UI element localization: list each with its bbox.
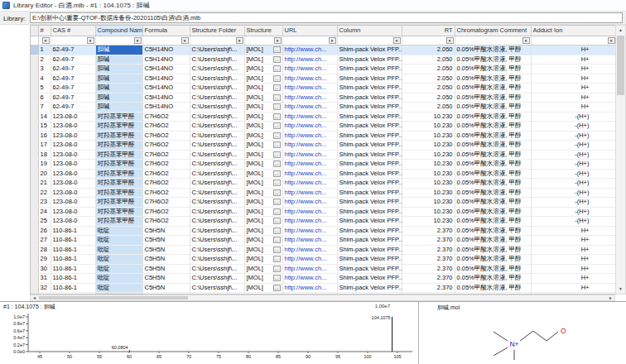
cell-structure[interactable]: [MOL]...	[244, 226, 282, 236]
table-row[interactable]: 462-49-7胆碱C5H14NOC:\Users\sshjf\...[MOL]…	[31, 74, 615, 84]
table-row[interactable]: 31110-86-1吡啶C5H5NC:\Users\sshjf\...[MOL]…	[31, 274, 615, 284]
cell-col[interactable]: Shim-pack Velox PFP...	[337, 150, 402, 160]
table-row[interactable]: 27110-86-1吡啶C5H5NC:\Users\sshjf\...[MOL]…	[31, 236, 615, 246]
cell-structure[interactable]: [MOL]...	[244, 217, 282, 227]
cell-num[interactable]: 5	[38, 84, 51, 93]
cell-rt[interactable]: 10.230	[402, 169, 455, 179]
cell-cas[interactable]: 110-86-1	[51, 236, 95, 246]
structure-browse-button[interactable]: ...	[273, 75, 281, 82]
cell-url[interactable]: http://www.ch...	[282, 46, 337, 55]
cell-url[interactable]: http://www.ch...	[282, 160, 337, 170]
cell-structure[interactable]: [MOL]...	[244, 188, 282, 198]
cell-url[interactable]: http://www.ch...	[282, 274, 337, 284]
cell-col[interactable]: Shim-pack Velox PFP...	[337, 198, 402, 208]
cell-comment[interactable]: 0.05%甲酸水溶液, 甲醇	[455, 179, 531, 189]
cell-cas[interactable]: 110-86-1	[51, 283, 95, 293]
cell-formula[interactable]: C7H6O2	[142, 207, 190, 217]
filter-dropdown-icon[interactable]: ▼	[42, 37, 50, 44]
cell-col[interactable]: Shim-pack Velox PFP...	[337, 112, 402, 122]
cell-adduct[interactable]: -(H+)	[531, 141, 615, 151]
cell-num[interactable]: 15	[38, 122, 51, 132]
cell-url[interactable]: http://www.ch...	[282, 84, 337, 93]
cell-cas[interactable]: 123-08-0	[51, 207, 95, 217]
cell-formula[interactable]: C5H14NO	[142, 46, 190, 55]
cell-formula[interactable]: C5H14NO	[142, 55, 190, 65]
cell-num[interactable]: 30	[38, 264, 51, 274]
horizontal-scrollbar[interactable]: ◄ ►	[30, 295, 615, 301]
cell-structure[interactable]: [MOL]...	[244, 236, 282, 246]
cell-name[interactable]: 胆碱	[95, 46, 142, 55]
cell-cas[interactable]: 123-08-0	[51, 169, 95, 179]
cell-structure[interactable]: [MOL]...	[244, 131, 282, 141]
cell-formula[interactable]: C5H14NO	[142, 74, 190, 84]
structure-browse-button[interactable]: ...	[273, 237, 281, 243]
cell-adduct[interactable]: -(H+)	[531, 131, 615, 141]
cell-url[interactable]: http://www.ch...	[282, 264, 337, 274]
cell-num[interactable]: 28	[38, 245, 51, 255]
structure-browse-button[interactable]: ...	[273, 122, 281, 129]
cell-comment[interactable]: 0.05%甲酸水溶液, 甲醇	[455, 93, 531, 103]
cell-folder[interactable]: C:\Users\sshjf\...	[190, 264, 244, 274]
vertical-scroll-thumb[interactable]	[617, 36, 624, 95]
cell-structure[interactable]: [MOL]...	[244, 84, 282, 93]
structure-browse-button[interactable]: ...	[273, 199, 281, 205]
cell-folder[interactable]: C:\Users\sshjf\...	[190, 245, 244, 255]
cell-rt[interactable]: 10.230	[402, 122, 455, 132]
cell-cas[interactable]: 110-86-1	[51, 264, 95, 274]
cell-comment[interactable]: 0.05%甲酸水溶液, 甲醇	[455, 217, 531, 227]
cell-url[interactable]: http://www.ch...	[282, 55, 337, 65]
cell-name[interactable]: 对羟基苯甲醛	[95, 179, 142, 189]
table-row[interactable]: 28110-86-1吡啶C5H5NC:\Users\sshjf\...[MOL]…	[31, 245, 615, 255]
cell-folder[interactable]: C:\Users\sshjf\...	[190, 274, 244, 284]
column-header-6[interactable]: URL	[282, 26, 337, 36]
cell-rt[interactable]: 10.230	[402, 150, 455, 160]
spectrum-plot[interactable]: 0.0e00.2e70.4e70.6e70.8e71.0e74550556065…	[0, 310, 418, 364]
cell-comment[interactable]: 0.05%甲酸水溶液, 甲醇	[455, 283, 531, 293]
cell-rt[interactable]: 2.050	[402, 74, 455, 84]
cell-cas[interactable]: 62-49-7	[51, 84, 95, 93]
cell-col[interactable]: Shim-pack Velox PFP...	[337, 188, 402, 198]
scroll-right-icon[interactable]: ►	[607, 295, 614, 300]
cell-structure[interactable]: [MOL]...	[244, 274, 282, 284]
cell-url[interactable]: http://www.ch...	[282, 226, 337, 236]
column-header-5[interactable]: Structure	[244, 26, 282, 36]
cell-name[interactable]: 吡啶	[95, 245, 142, 255]
filter-dropdown-icon[interactable]: ▼	[608, 37, 615, 44]
cell-folder[interactable]: C:\Users\sshjf\...	[190, 112, 244, 122]
cell-col[interactable]: Shim-pack Velox PFP...	[337, 160, 402, 170]
scroll-down-icon[interactable]: ▼	[616, 285, 625, 294]
cell-comment[interactable]: 0.05%甲酸水溶液, 甲醇	[455, 274, 531, 284]
cell-name[interactable]: 吡啶	[95, 264, 142, 274]
cell-adduct[interactable]: H+	[531, 65, 615, 74]
cell-col[interactable]: Shim-pack Velox PFP...	[337, 283, 402, 293]
cell-folder[interactable]: C:\Users\sshjf\...	[190, 84, 244, 93]
filter-dropdown-icon[interactable]: ▼	[236, 37, 243, 44]
cell-adduct[interactable]: H+	[531, 283, 615, 293]
cell-rt[interactable]: 10.230	[402, 188, 455, 198]
cell-col[interactable]: Shim-pack Velox PFP...	[337, 55, 402, 65]
table-row[interactable]: 22123-08-0对羟基苯甲醛C7H6O2C:\Users\sshjf\...…	[31, 188, 615, 198]
cell-formula[interactable]: C5H5N	[142, 274, 190, 284]
cell-url[interactable]: http://www.ch...	[282, 112, 337, 122]
cell-cas[interactable]: 123-08-0	[51, 160, 95, 170]
table-row[interactable]: 20123-08-0对羟基苯甲醛C7H6O2C:\Users\sshjf\...…	[31, 169, 615, 179]
table-row[interactable]: 16123-08-0对羟基苯甲醛C7H6O2C:\Users\sshjf\...…	[31, 131, 615, 141]
cell-folder[interactable]: C:\Users\sshjf\...	[190, 65, 244, 74]
filter-dropdown-icon[interactable]: ▼	[393, 37, 401, 44]
cell-rt[interactable]: 10.230	[402, 207, 455, 217]
cell-name[interactable]: 胆碱	[95, 84, 142, 93]
cell-name[interactable]: 对羟基苯甲醛	[95, 141, 142, 151]
cell-structure[interactable]: [MOL]...	[244, 160, 282, 170]
structure-browse-button[interactable]: ...	[273, 170, 281, 177]
filter-dropdown-icon[interactable]: ▼	[522, 37, 530, 44]
cell-adduct[interactable]: H+	[531, 84, 615, 93]
cell-url[interactable]: http://www.ch...	[282, 255, 337, 265]
structure-browse-button[interactable]: ...	[273, 103, 281, 110]
cell-structure[interactable]: [MOL]...	[244, 255, 282, 265]
cell-folder[interactable]: C:\Users\sshjf\...	[190, 122, 244, 132]
cell-formula[interactable]: C7H6O2	[142, 160, 190, 170]
cell-col[interactable]: Shim-pack Velox PFP...	[337, 46, 402, 55]
cell-adduct[interactable]: H+	[531, 103, 615, 113]
cell-structure[interactable]: [MOL]...	[244, 55, 282, 65]
cell-formula[interactable]: C7H6O2	[142, 198, 190, 208]
